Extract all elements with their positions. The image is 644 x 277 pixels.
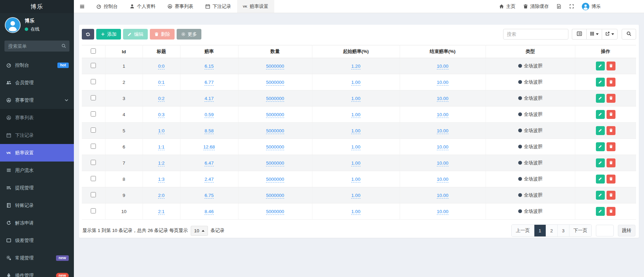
editable-end-odds[interactable]: 10.00 (437, 177, 448, 182)
row-delete-button[interactable] (607, 158, 615, 167)
add-button[interactable]: 添加 (96, 29, 121, 40)
editable-title[interactable]: 1:2 (158, 160, 165, 166)
row-delete-button[interactable] (607, 62, 615, 70)
sidebar-item-event-list[interactable]: 赛事列表 (0, 109, 74, 126)
tab-profile[interactable]: 个人资料 (124, 0, 162, 13)
row-checkbox[interactable] (91, 176, 96, 181)
editable-quantity[interactable]: 5000000 (266, 144, 284, 150)
sidebar-item-members[interactable]: 会员管理 (0, 74, 74, 91)
sidebar-item-unfreeze[interactable]: 解冻申请 (0, 214, 74, 232)
editable-quantity[interactable]: 5000000 (266, 128, 284, 134)
editable-odds[interactable]: 8.46 (204, 209, 213, 215)
row-checkbox[interactable] (91, 128, 96, 133)
editable-odds[interactable]: 6.15 (204, 64, 213, 69)
editable-start-odds[interactable]: 1.00 (351, 128, 360, 134)
tab-console[interactable]: 控制台 (90, 0, 124, 13)
row-edit-button[interactable] (596, 191, 605, 200)
editable-odds[interactable]: 2.47 (204, 177, 213, 182)
row-checkbox[interactable] (91, 192, 96, 197)
editable-end-odds[interactable]: 10.00 (437, 144, 448, 150)
editable-end-odds[interactable]: 10.00 (437, 112, 448, 118)
edit-button[interactable]: 编辑 (123, 29, 148, 40)
editable-title[interactable]: 0:1 (158, 80, 165, 86)
editable-quantity[interactable]: 5000000 (266, 160, 284, 166)
sidebar-item-level[interactable]: 级差管理 (0, 232, 74, 249)
row-delete-button[interactable] (607, 126, 615, 135)
editable-odds[interactable]: 8.58 (204, 128, 213, 134)
pagination-next[interactable]: 下一页 (569, 225, 592, 236)
editable-odds[interactable]: 4.17 (204, 96, 213, 102)
topbar-account[interactable]: 博乐 (578, 0, 604, 13)
row-delete-button[interactable] (607, 191, 615, 200)
editable-odds[interactable]: 12.68 (203, 144, 215, 150)
tab-event-list[interactable]: 赛事列表 (162, 0, 199, 13)
sidebar-search-input[interactable] (4, 41, 69, 52)
editable-title[interactable]: 1:3 (158, 177, 165, 182)
row-edit-button[interactable] (596, 207, 605, 216)
editable-quantity[interactable]: 5000000 (266, 96, 284, 102)
row-edit-button[interactable] (596, 175, 605, 184)
editable-end-odds[interactable]: 10.00 (437, 64, 448, 69)
sidebar-item-console[interactable]: 控制台hot (0, 56, 74, 74)
row-checkbox[interactable] (91, 144, 96, 149)
row-edit-button[interactable] (596, 78, 605, 87)
editable-quantity[interactable]: 5000000 (266, 112, 284, 118)
editable-quantity[interactable]: 5000000 (266, 193, 284, 199)
topbar-clear-cache[interactable]: 清除缓存 (519, 0, 553, 13)
editable-quantity[interactable]: 5000000 (266, 80, 284, 86)
editable-quantity[interactable]: 5000000 (266, 177, 284, 182)
jump-button[interactable]: 跳转 (618, 225, 635, 236)
editable-title[interactable]: 1:1 (158, 144, 165, 150)
editable-start-odds[interactable]: 1.00 (351, 112, 360, 118)
search-button[interactable] (622, 29, 636, 40)
editable-title[interactable]: 2:0 (158, 193, 165, 199)
row-edit-button[interactable] (596, 94, 605, 103)
editable-start-odds[interactable]: 1.20 (351, 64, 360, 69)
editable-start-odds[interactable]: 1.00 (351, 177, 360, 182)
row-edit-button[interactable] (596, 126, 605, 135)
row-edit-button[interactable] (596, 142, 605, 151)
editable-start-odds[interactable]: 1.00 (351, 80, 360, 86)
editable-end-odds[interactable]: 10.00 (437, 96, 448, 102)
editable-title[interactable]: 0:0 (158, 64, 165, 69)
row-checkbox[interactable] (91, 160, 96, 165)
row-checkbox[interactable] (91, 111, 96, 117)
topbar-language[interactable] (553, 0, 565, 13)
editable-odds[interactable]: 6.77 (204, 80, 213, 86)
row-delete-button[interactable] (607, 78, 615, 87)
sidebar-item-plugins[interactable]: 插件管理new (0, 267, 74, 277)
jump-page-input[interactable] (596, 225, 614, 236)
editable-odds[interactable]: 6.47 (204, 160, 213, 166)
sidebar-item-odds[interactable]: VK赔率设置 (0, 144, 74, 162)
row-delete-button[interactable] (607, 175, 615, 184)
editable-start-odds[interactable]: 1.00 (351, 96, 360, 102)
topbar-home[interactable]: 主页 (495, 0, 519, 13)
pagination-prev[interactable]: 上一页 (512, 225, 534, 236)
editable-odds[interactable]: 6.75 (204, 193, 213, 199)
more-button[interactable]: 更多 (177, 29, 201, 40)
row-edit-button[interactable] (596, 158, 605, 167)
editable-quantity[interactable]: 5000000 (266, 209, 284, 215)
editable-start-odds[interactable]: 1.00 (351, 144, 360, 150)
pagination-page-3[interactable]: 3 (558, 225, 569, 236)
editable-title[interactable]: 2:1 (158, 209, 165, 215)
editable-start-odds[interactable]: 1.00 (351, 209, 360, 215)
pagination-page-1[interactable]: 1 (534, 225, 546, 236)
editable-quantity[interactable]: 5000000 (266, 64, 284, 69)
editable-title[interactable]: 1:0 (158, 128, 165, 134)
editable-odds[interactable]: 0.59 (204, 112, 213, 118)
sidebar-item-general[interactable]: 常规管理new (0, 249, 74, 267)
tab-odds[interactable]: VK赔率设置 (237, 0, 274, 13)
row-delete-button[interactable] (607, 110, 615, 119)
editable-end-odds[interactable]: 10.00 (437, 209, 448, 215)
tab-bet-log[interactable]: 下注记录 (199, 0, 237, 13)
row-delete-button[interactable] (607, 142, 615, 151)
sidebar-item-bet-log[interactable]: 下注记录 (0, 126, 74, 144)
row-checkbox[interactable] (91, 208, 96, 213)
row-edit-button[interactable] (596, 110, 605, 119)
row-delete-button[interactable] (607, 207, 615, 216)
sidebar-item-user-flow[interactable]: 用户流水 (0, 162, 74, 179)
row-delete-button[interactable] (607, 94, 615, 103)
export-button[interactable] (602, 29, 618, 40)
editable-end-odds[interactable]: 10.00 (437, 128, 448, 134)
